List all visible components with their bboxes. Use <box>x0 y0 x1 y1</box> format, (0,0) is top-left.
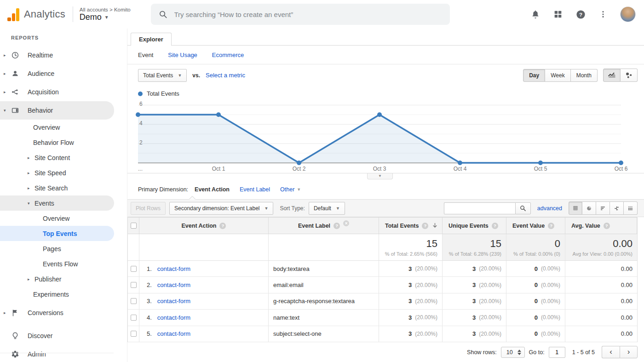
collapse-sidebar-icon[interactable]: ← <box>104 359 110 362</box>
svg-text:?: ? <box>579 11 582 17</box>
table-view-button[interactable] <box>569 201 582 215</box>
sidebar-item-audience[interactable]: ▸ Audience <box>0 64 127 83</box>
subtab-event[interactable]: Event <box>138 52 153 58</box>
comparison-view-button[interactable] <box>610 201 624 215</box>
help-icon[interactable]: ? <box>422 223 428 229</box>
help-icon[interactable]: ? <box>604 223 610 229</box>
notifications-button[interactable] <box>530 9 540 19</box>
select-a-metric-link[interactable]: Select a metric <box>206 72 245 79</box>
help-icon[interactable]: ? <box>492 223 498 229</box>
metric-percent: (20.00%) <box>479 314 501 321</box>
sidebar-item-publisher[interactable]: ▸Publisher <box>0 271 127 287</box>
row-checkbox[interactable] <box>131 331 137 337</box>
row-checkbox[interactable] <box>131 282 137 288</box>
event-action-link[interactable]: contact-form <box>157 298 190 305</box>
remove-column-icon[interactable]: × <box>343 220 349 226</box>
sidebar-item-behavior[interactable]: ▾ Behavior <box>0 101 114 120</box>
x-axis-label: Oct 2 <box>293 166 306 172</box>
show-rows-select[interactable]: 10 <box>501 347 525 358</box>
performance-view-button[interactable] <box>596 201 610 215</box>
active-dimension-notch <box>189 196 196 200</box>
event-action-link[interactable]: contact-form <box>157 265 190 272</box>
metric-value: 0 <box>535 330 538 337</box>
sidebar-item-behavior-flow[interactable]: Behavior Flow <box>0 135 127 150</box>
sort-type-dropdown[interactable]: Default ▼ <box>309 202 345 215</box>
timeline-handle-row: ▼ <box>127 173 644 179</box>
select-all-checkbox[interactable] <box>131 223 137 229</box>
y-axis-label: 6 <box>139 101 143 107</box>
sidebar-item-events[interactable]: ▾Events <box>0 195 114 211</box>
dimension-event-action[interactable]: Event Action <box>195 186 230 193</box>
next-page-button[interactable]: › <box>620 346 638 358</box>
timeline-expand-handle[interactable]: ▼ <box>367 173 393 179</box>
help-button[interactable]: ? <box>575 9 586 20</box>
row-select-cell <box>128 310 139 325</box>
column-header-event-value[interactable]: Event Value? <box>506 218 565 234</box>
sidebar-item-acquisition[interactable]: ▸ Acquisition <box>0 83 127 101</box>
goto-page-input[interactable] <box>549 347 565 358</box>
help-icon[interactable]: ? <box>548 223 554 229</box>
sidebar-item-discover[interactable]: Discover <box>0 327 127 345</box>
totals-empty-cell <box>139 234 269 260</box>
sidebar-item-label: Admin <box>28 351 46 358</box>
avatar[interactable] <box>620 6 636 22</box>
subtab-ecommerce[interactable]: Ecommerce <box>212 52 244 58</box>
global-search[interactable] <box>151 4 450 25</box>
sidebar-item-events-overview[interactable]: Overview <box>0 211 127 226</box>
granularity-week-button[interactable]: Week <box>545 69 570 82</box>
metric-value: 0.00 <box>621 298 632 305</box>
sidebar-item-conversions[interactable]: ▸ Conversions <box>0 304 127 322</box>
more-menu-button[interactable] <box>598 10 608 19</box>
apps-button[interactable] <box>553 9 563 19</box>
granularity-month-button[interactable]: Month <box>571 69 598 82</box>
line-chart-button[interactable] <box>603 69 621 82</box>
row-checkbox[interactable] <box>131 315 137 321</box>
sidebar-item-site-content[interactable]: ▸Site Content <box>0 150 127 165</box>
event-action-link[interactable]: contact-form <box>157 330 190 337</box>
sidebar-item-site-search[interactable]: ▸Site Search <box>0 180 127 195</box>
sidebar-item-experiments[interactable]: Experiments <box>0 287 127 302</box>
column-header-avg-value[interactable]: Avg. Value? <box>565 218 637 234</box>
motion-chart-button[interactable] <box>621 69 638 82</box>
help-icon[interactable]: ? <box>219 223 226 229</box>
sidebar-item-pages[interactable]: Pages <box>0 241 127 256</box>
column-header-total-events[interactable]: Total Events? <box>379 218 443 234</box>
column-header-event-label[interactable]: Event Label?× <box>269 218 379 234</box>
sidebar-item-realtime[interactable]: ▸ Realtime <box>0 46 127 64</box>
event-action-link[interactable]: contact-form <box>157 282 190 288</box>
metric-percent: (20.00%) <box>479 265 501 272</box>
table-search-button[interactable] <box>515 202 531 214</box>
dimension-event-label[interactable]: Event Label <box>240 186 270 193</box>
dimension-other-dropdown[interactable]: Other ▼ <box>280 186 301 193</box>
row-checkbox[interactable] <box>131 266 137 272</box>
chevron-down-icon: ▼ <box>264 206 268 211</box>
search-input[interactable] <box>174 11 443 18</box>
column-header-event-action[interactable]: Event Action? <box>139 218 269 234</box>
subtab-site-usage[interactable]: Site Usage <box>168 52 197 58</box>
avg-value-cell: 0.00 <box>565 310 637 325</box>
row-checkbox[interactable] <box>131 298 137 304</box>
sidebar-item-events-flow[interactable]: Events Flow <box>0 256 127 271</box>
advanced-filter-link[interactable]: advanced <box>537 205 562 212</box>
column-header-unique-events[interactable]: Unique Events? <box>443 218 506 234</box>
event-action-link[interactable]: contact-form <box>157 314 190 321</box>
account-picker[interactable]: Demo ▼ <box>80 12 131 22</box>
sidebar-item-top-events[interactable]: Top Events <box>0 226 114 241</box>
pivot-view-button[interactable] <box>624 201 638 215</box>
metric-select-dropdown[interactable]: Total Events ▼ <box>138 69 187 82</box>
percentage-view-button[interactable] <box>582 201 596 215</box>
help-icon[interactable]: ? <box>334 223 340 229</box>
sidebar-item-site-speed[interactable]: ▸Site Speed <box>0 165 127 180</box>
expand-arrow-icon: ▸ <box>28 155 34 160</box>
analytics-home-link[interactable]: Analytics <box>7 7 65 21</box>
table-search-input[interactable] <box>444 202 515 214</box>
tab-explorer[interactable]: Explorer <box>131 33 172 46</box>
granularity-day-button[interactable]: Day <box>523 69 545 82</box>
sidebar-item-behavior-overview[interactable]: Overview <box>0 120 127 135</box>
secondary-dimension-dropdown[interactable]: Secondary dimension: Event Label ▼ <box>169 202 273 215</box>
chevron-down-icon: ▼ <box>336 206 340 211</box>
plot-rows-button[interactable]: Plot Rows <box>131 202 166 215</box>
previous-page-button[interactable]: ‹ <box>602 346 620 358</box>
sidebar-item-label: Overview <box>43 215 69 222</box>
sidebar: REPORTS ▸ Realtime ▸ Audience ▸ Acquisit… <box>0 29 127 362</box>
